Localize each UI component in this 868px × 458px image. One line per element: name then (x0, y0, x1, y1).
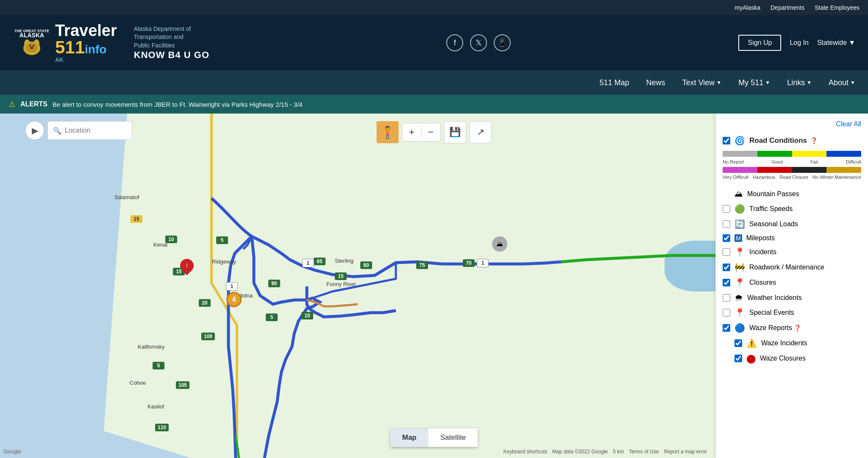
top-nav: myAlaska Departments State Employees (0, 0, 868, 15)
terms-of-use[interactable]: Terms of Use (629, 449, 659, 455)
rc-very-difficult (723, 167, 757, 173)
incidents-label: Incidents (749, 248, 776, 256)
incidents-checkbox[interactable] (723, 248, 730, 256)
zoom-in-button[interactable]: + (403, 123, 421, 142)
hw-badge-90: 90 (268, 280, 280, 287)
hw-badge-75: 75 (416, 261, 428, 269)
keyboard-shortcuts[interactable]: Keyboard shortcuts (504, 449, 547, 455)
search-input[interactable] (65, 127, 127, 134)
top-nav-state-employees[interactable]: State Employees (815, 4, 860, 11)
facebook-icon[interactable]: f (446, 34, 463, 51)
save-map-button[interactable]: 💾 (444, 121, 466, 143)
road-conditions-bar1 (723, 151, 861, 157)
special-events-row: 📍 Special Events (723, 305, 861, 320)
rc-label-hazardous: Hazardous (753, 175, 775, 180)
person-button[interactable]: 🧍 (377, 121, 399, 143)
traffic-speeds-checkbox[interactable] (723, 205, 730, 213)
main-nav: 511 Map News Text View ▼ My 511 ▼ Links … (0, 70, 868, 95)
twitter-icon[interactable]: 𝕏 (470, 34, 487, 51)
weather-incidents-label: Weather Incidents (747, 294, 802, 302)
alert-message: Be alert to convoy movements from JBER t… (53, 101, 303, 108)
svg-point-11 (31, 47, 33, 49)
road-conditions-row: 🌀 Road Conditions ❓ (723, 133, 861, 148)
report-map-error[interactable]: Report a map error (664, 449, 707, 455)
rc-label-fair: Fair (810, 159, 818, 164)
special-events-checkbox[interactable] (723, 309, 730, 316)
svg-point-10 (33, 45, 34, 47)
mileposts-checkbox[interactable] (723, 234, 730, 242)
waze-reports-checkbox[interactable] (723, 324, 730, 332)
roadwork-row: 🚧 Roadwork / Maintenance (723, 260, 861, 275)
road-conditions-info[interactable]: ❓ (810, 137, 818, 144)
rc-hazardous (757, 167, 792, 173)
scale: 5 km (613, 449, 624, 455)
links-chevron: ▼ (807, 80, 812, 86)
road-conditions-icon: 🌀 (734, 136, 745, 146)
hw-badge-1-white: 1 (302, 259, 314, 267)
special-events-icon: 📍 (734, 308, 745, 318)
seasonal-loads-checkbox[interactable] (723, 220, 730, 228)
rc-difficult (826, 151, 861, 157)
traffic-speeds-icon: 🟢 (734, 204, 745, 214)
zoom-out-button[interactable]: − (422, 123, 440, 142)
cluster-marker-4[interactable]: 4 (226, 292, 242, 307)
zoom-controls: + − (402, 123, 441, 142)
hw-badge-85: 85 (314, 258, 326, 265)
share-map-button[interactable]: ↗ (470, 121, 492, 143)
map-container[interactable]: Salamatof Kenai Ridgeway Sterling Funny … (0, 114, 868, 458)
top-nav-myalaska[interactable]: myAlaska (734, 4, 760, 11)
mileposts-label: Mileposts (746, 234, 775, 242)
weather-incidents-checkbox[interactable] (723, 294, 730, 302)
hw-badge-105: 105 (176, 381, 189, 389)
waze-reports-info[interactable]: ❓ (794, 325, 801, 331)
map-credits: Keyboard shortcuts Map data ©2022 Google… (504, 449, 707, 455)
nav-my511[interactable]: My 511 ▼ (738, 78, 770, 87)
nav-511map[interactable]: 511 Map (600, 78, 629, 87)
search-box: 🔍 (47, 121, 132, 140)
mountain-pass-marker[interactable]: ⛰ (492, 236, 507, 252)
statewide-dropdown[interactable]: Statewide ▼ (817, 39, 855, 47)
login-link[interactable]: Log In (790, 39, 808, 47)
traveler-brand: Traveler 511 info AK (55, 22, 117, 63)
map-button[interactable]: Map (390, 428, 428, 447)
road-conditions-checkbox[interactable] (723, 137, 730, 144)
waze-closures-icon: ⬤ (746, 353, 756, 364)
waze-closures-row: ⬤ Waze Closures (723, 351, 861, 366)
about-chevron: ▼ (850, 80, 855, 86)
top-nav-departments[interactable]: Departments (771, 4, 804, 11)
sign-up-button[interactable]: Sign Up (738, 35, 781, 51)
logo-box: THE GREAT STATE ALASKA Traveler (13, 22, 117, 63)
incidents-row: 📍 Incidents (723, 244, 861, 260)
map-back-button[interactable]: ▶ (25, 121, 44, 140)
roadwork-checkbox[interactable] (723, 264, 730, 271)
hw-badge-15-north: 15 (131, 215, 142, 223)
location-search: ▶ 🔍 (25, 121, 132, 140)
hw-badge-100: 100 (201, 333, 215, 340)
google-watermark: Google (3, 448, 21, 455)
mobile-icon[interactable]: 📱 (494, 34, 511, 51)
mountain-passes-row: ⛰ Mountain Passes (723, 186, 861, 201)
hw-badge-1-soldotna: 1 (226, 282, 238, 291)
nav-links[interactable]: Links ▼ (787, 78, 812, 87)
nav-textview[interactable]: Text View ▼ (682, 78, 722, 87)
nav-about[interactable]: About ▼ (829, 78, 855, 87)
rc-label-no-report: No Report (723, 159, 744, 164)
waze-incidents-row: ⚠️ Waze Incidents (723, 336, 861, 351)
hw-badge-70: 70 (463, 259, 475, 267)
svg-point-9 (29, 45, 31, 47)
nav-news[interactable]: News (646, 78, 665, 87)
satellite-button[interactable]: Satellite (428, 428, 478, 447)
waze-incidents-checkbox[interactable] (734, 339, 742, 347)
hw-badge-10-east: 10 (301, 312, 313, 319)
weather-incidents-icon: 🌧 (734, 293, 743, 303)
clear-all-button[interactable]: Clear All (723, 120, 861, 128)
rc-labels1: No Report Good Fair Difficult (723, 159, 861, 164)
alert-icon: ⚠ (8, 100, 15, 109)
mileposts-row: M Mileposts (723, 232, 861, 244)
rc-road-closure (792, 167, 827, 173)
waze-closures-checkbox[interactable] (734, 355, 742, 362)
hw-badge-80: 80 (360, 261, 372, 269)
seasonal-loads-icon: 🔄 (734, 219, 745, 229)
closures-checkbox[interactable] (723, 279, 730, 286)
weather-incidents-row: 🌧 Weather Incidents (723, 290, 861, 305)
